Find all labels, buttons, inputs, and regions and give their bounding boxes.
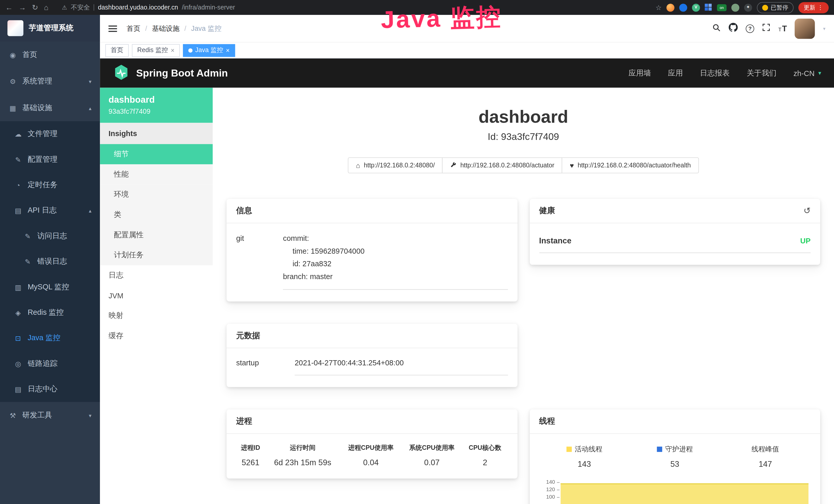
vue-devtools-icon[interactable]: V: [692, 3, 700, 11]
sidebar-item-error-logs[interactable]: ✎ 错误日志: [0, 249, 100, 274]
extension-puzzle-icon[interactable]: ✦: [744, 3, 752, 11]
legend-peak-threads: 线程峰值 147: [720, 444, 811, 468]
sidebar-item-log-center[interactable]: ▤ 日志中心: [0, 376, 100, 402]
extension-drop-icon[interactable]: [679, 3, 687, 11]
address-bar[interactable]: ⚠ 不安全 dashboard.yudao.iocoder.cn/infra/a…: [62, 3, 235, 12]
extension-on-icon[interactable]: on: [717, 4, 726, 11]
instance-header[interactable]: dashboard 93a3fc7f7409: [100, 88, 213, 123]
side-item-metrics[interactable]: 性能: [100, 164, 213, 185]
sidebar-item-api-logs[interactable]: ▤ API 日志 ▴: [0, 198, 100, 223]
health-instance-row: Instance UP: [539, 232, 811, 253]
side-item-mappings[interactable]: 映射: [100, 306, 213, 326]
edit-icon: ✎: [14, 156, 22, 164]
user-avatar[interactable]: [795, 18, 815, 39]
tab-java-monitor[interactable]: Java 监控 ×: [183, 44, 235, 57]
y-axis-tick-label: 140: [539, 479, 555, 485]
forward-icon[interactable]: →: [19, 4, 26, 11]
sba-nav-journal[interactable]: 日志报表: [700, 68, 730, 78]
service-url-label: http://192.168.0.2:48080/: [364, 162, 435, 169]
sidebar-item-devtools[interactable]: ⚒ 研发工具 ▾: [0, 402, 100, 429]
history-icon[interactable]: ↺: [804, 206, 811, 216]
chrome-update-button[interactable]: 更新 ⋮: [798, 2, 829, 13]
instance-name: dashboard: [108, 95, 204, 105]
bookmark-star-icon[interactable]: ☆: [656, 4, 662, 11]
sidebar-item-infrastructure[interactable]: ▦ 基础设施 ▴: [0, 95, 100, 121]
close-icon[interactable]: ×: [171, 47, 175, 53]
sidebar-item-mysql-monitor[interactable]: ▥ MySQL 监控: [0, 274, 100, 300]
sidebar-item-scheduled-tasks[interactable]: ◔ 定时任务: [0, 172, 100, 198]
reload-icon[interactable]: ↻: [32, 4, 38, 11]
database-icon: ▥: [14, 283, 22, 291]
actuator-url-link[interactable]: http://192.168.0.2:48080/actuator: [442, 157, 563, 173]
breadcrumb: 首页 / 基础设施 / Java 监控: [127, 24, 221, 33]
service-url-link[interactable]: ⌂ http://192.168.0.2:48080/: [348, 157, 443, 173]
sidebar-item-redis-monitor[interactable]: ◈ Redis 监控: [0, 300, 100, 325]
error-log-icon: ✎: [23, 257, 32, 266]
legend-value: 147: [720, 459, 811, 468]
close-icon[interactable]: ×: [226, 47, 230, 53]
side-item-classes[interactable]: 类: [100, 205, 213, 225]
sba-nav-applications[interactable]: 应用: [668, 68, 683, 78]
sidebar-item-system[interactable]: ⚙ 系统管理 ▾: [0, 68, 100, 95]
insights-group-label[interactable]: Insights: [100, 123, 213, 144]
live-threads-area: [561, 483, 809, 504]
sidebar-item-config-management[interactable]: ✎ 配置管理: [0, 147, 100, 172]
url-host: dashboard.yudao.iocoder.cn: [98, 4, 178, 11]
sidebar-item-file-management[interactable]: ☁ 文件管理: [0, 121, 100, 146]
sba-nav-links: 应用墙 应用 日志报表 关于我们 zh-CN ▾: [629, 68, 821, 78]
actuator-url-label: http://192.168.0.2:48080/actuator: [460, 162, 554, 169]
sidebar-item-trace[interactable]: ◎ 链路追踪: [0, 351, 100, 376]
tools-icon: ⚒: [8, 411, 17, 419]
sba-nav-applications-wall[interactable]: 应用墙: [629, 68, 651, 78]
breadcrumb-item[interactable]: 首页: [127, 24, 140, 33]
side-item-config-props[interactable]: 配置属性: [100, 225, 213, 245]
threads-legend: 活动线程 143 守护进程: [539, 442, 811, 468]
github-icon[interactable]: [729, 23, 738, 34]
side-item-environment[interactable]: 环境: [100, 185, 213, 205]
health-url-label: http://192.168.0.2:48080/actuator/health: [578, 162, 691, 169]
home-icon[interactable]: ⌂: [44, 4, 48, 11]
extension-icon[interactable]: [666, 3, 675, 11]
sidebar-item-home[interactable]: ◉ 首页: [0, 42, 100, 68]
git-value: commit: time: 1596289704000 id: 27aa832 …: [283, 232, 508, 290]
y-axis-tick-label: 100: [539, 494, 555, 500]
sba-nav-about[interactable]: 关于我们: [747, 68, 776, 78]
sidebar-item-access-logs[interactable]: ✎ 访问日志: [0, 223, 100, 249]
search-icon[interactable]: [712, 23, 721, 33]
java-monitor-icon: ⊡: [14, 334, 22, 342]
sidebar-toggle-icon[interactable]: [108, 28, 117, 29]
insights-group-items: 细节 性能 环境 类 配置属性 计划任务: [100, 144, 213, 265]
breadcrumb-item[interactable]: 基础设施: [152, 24, 179, 33]
chevron-down-icon: ▾: [818, 70, 821, 76]
infrastructure-submenu: ☁ 文件管理 ✎ 配置管理 ◔ 定时任务 ▤ API 日志 ▴: [0, 121, 100, 402]
extension-grid-icon[interactable]: [705, 4, 712, 11]
locale-select[interactable]: zh-CN ▾: [793, 69, 821, 77]
app-logo[interactable]: 芋道管理系统: [0, 15, 100, 42]
avatar-caret-icon[interactable]: ▾: [823, 26, 825, 31]
extension-leaf-icon[interactable]: [731, 3, 739, 11]
sba-brand[interactable]: Spring Boot Admin: [136, 67, 228, 79]
process-value: 0.07: [401, 458, 462, 467]
health-card: 健康 ↺ Instance UP: [529, 199, 820, 265]
tab-redis-monitor[interactable]: Redis 监控 ×: [132, 44, 180, 57]
side-item-caches[interactable]: 缓存: [100, 326, 213, 346]
sidebar-item-java-monitor[interactable]: ⊡ Java 监控: [0, 325, 100, 351]
fullscreen-icon[interactable]: [762, 23, 770, 33]
font-size-icon[interactable]: TT: [778, 24, 787, 32]
side-item-scheduled-tasks[interactable]: 计划任务: [100, 245, 213, 266]
git-commit-line: commit:: [283, 232, 508, 245]
help-icon[interactable]: ?: [746, 24, 754, 32]
process-table: 进程ID 运行时间 进程CPU使用率 系统CPU使用率 CPU核心数: [236, 442, 507, 467]
side-item-logs[interactable]: 日志: [100, 265, 213, 285]
sidebar-item-label: 研发工具: [22, 411, 52, 420]
back-icon[interactable]: ←: [5, 4, 13, 11]
sidebar-item-label: Java 监控: [28, 333, 60, 343]
side-item-jvm[interactable]: JVM: [100, 285, 213, 306]
paused-badge[interactable]: 已暂停: [757, 2, 794, 13]
tab-home[interactable]: 首页: [105, 44, 129, 57]
process-card: 进程 进程ID 运行时间 进程CPU使用率: [226, 410, 517, 479]
health-url-link[interactable]: ♥ http://192.168.0.2:48080/actuator/heal…: [562, 157, 699, 173]
side-item-details[interactable]: 细节: [100, 144, 213, 164]
url-divider: [94, 4, 94, 11]
status-badge: UP: [800, 236, 811, 245]
